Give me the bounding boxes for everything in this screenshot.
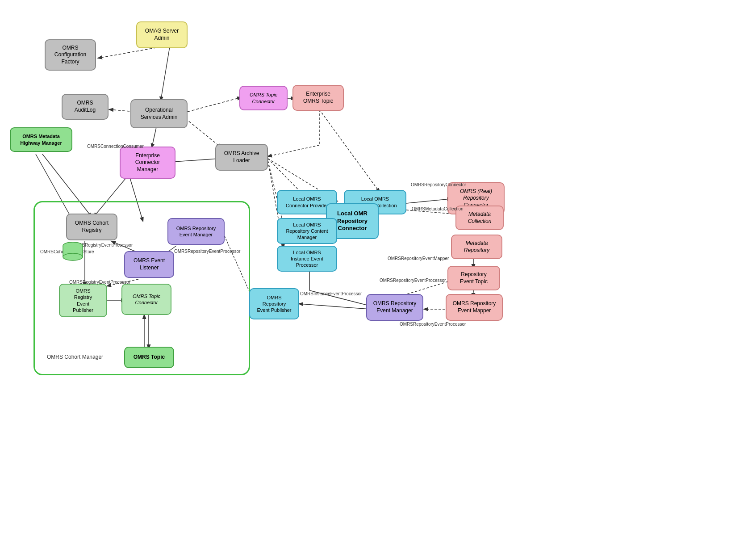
cohort-registry-store-cylinder: [62, 241, 84, 261]
omrs-archive-loader-label: OMRS ArchiveLoader: [224, 150, 259, 164]
svg-line-22: [299, 304, 371, 309]
svg-point-40: [63, 253, 83, 260]
svg-line-7: [174, 159, 219, 162]
omrs-event-listener-label: OMRS EventListener: [134, 257, 165, 271]
omrs-auditlog: OMRSAuditLog: [62, 94, 109, 120]
svg-line-3: [152, 127, 156, 147]
omrs-cohort-registry-label: OMRS CohortRegistry: [75, 220, 109, 234]
enterprise-connector-manager-label: EnterpriseConnectorManager: [135, 152, 160, 173]
metadata-repository-label: MetadataRepository: [464, 240, 489, 254]
omrs-topic-connector-bottom: OMRS TopicConnector: [121, 284, 171, 315]
repository-event-topic-label: RepositoryEvent Topic: [460, 271, 488, 285]
local-omrs-repository-content-manager-label: Local OMRSRepository ContentManager: [286, 222, 328, 241]
enterprise-omrs-topic-label: EnterpriseOMRS Topic: [303, 91, 333, 105]
omag-server-admin: OMAG Server Admin: [136, 21, 188, 48]
label-omrs-connection-consumer: OMRSConnectionConsumer: [87, 144, 144, 149]
metadata-collection-label: MetadataCollection: [468, 211, 492, 225]
label-omrs-repository-connector: OMRSRepositoryConnector: [411, 182, 466, 187]
enterprise-omrs-topic: EnterpriseOMRS Topic: [292, 85, 344, 111]
omrs-registry-event-publisher-label: OMRSRegistryEventPublisher: [73, 288, 93, 313]
local-omrs-instance-event-processor-label: Local OMRSInstance EventProcessor: [291, 249, 323, 269]
label-omrs-instance-event-processor: OMRSInstanceEventProcessor: [300, 291, 362, 296]
svg-line-4: [188, 97, 241, 112]
omrs-cohort-registry: OMRS CohortRegistry: [66, 214, 117, 240]
omrs-topic-connector-top: OMRS TopicConnector: [239, 86, 288, 110]
operational-services-admin-label: OperationalServices Admin: [141, 107, 178, 121]
enterprise-connector-manager: EnterpriseConnectorManager: [120, 147, 175, 179]
omrs-topic: OMRS Topic: [124, 347, 174, 368]
omrs-registry-event-publisher: OMRSRegistryEventPublisher: [59, 284, 107, 317]
omrs-archive-loader: OMRS ArchiveLoader: [215, 144, 268, 171]
label-omrs-metadata-collection: OMRSMetadataCollection: [412, 206, 464, 211]
omrs-metadata-highway-label: OMRS MetadataHighway Manager: [20, 133, 62, 146]
operational-services-admin: OperationalServices Admin: [130, 99, 188, 128]
diagram-container: OMAG Server Admin OMRSConfigurationFacto…: [0, 0, 756, 533]
omrs-repository-event-manager-right-label: OMRS RepositoryEvent Manager: [373, 300, 417, 314]
local-omrs-repository-connector-label: Local OMRRepositoryConnector: [337, 210, 368, 233]
omrs-metadata-highway-manager: OMRS MetadataHighway Manager: [10, 127, 72, 152]
omrs-config-factory: OMRSConfigurationFactory: [45, 39, 96, 71]
omrs-topic-connector-top-label: OMRS TopicConnector: [250, 92, 277, 105]
omrs-repository-event-mapper: OMRS RepositoryEvent Mapper: [446, 294, 503, 321]
omrs-repository-event-manager-left-label: OMRS RepositoryEvent Manager: [176, 225, 216, 238]
repository-event-topic: RepositoryEvent Topic: [447, 266, 500, 290]
svg-line-31: [268, 145, 319, 156]
label-omrs-repository-event-processor-right-upper: OMRSRepositoryEventProcessor: [380, 278, 446, 283]
omrs-auditlog-label: OMRSAuditLog: [75, 100, 96, 113]
label-omrs-repository-event-processor-bottom: OMRSRepositoryEventProcessor: [400, 322, 466, 327]
label-omrs-registry-event-processor-2: OMRSRegistryEventProcessor: [69, 280, 130, 285]
svg-line-6: [185, 118, 221, 147]
local-omrs-connector-provider-label: Local OMRSConnector Provider: [286, 196, 328, 209]
svg-line-0: [98, 47, 161, 58]
omrs-topic-connector-bottom-label: OMRS TopicConnector: [133, 293, 160, 306]
svg-line-1: [161, 47, 170, 101]
omrs-config-factory-label: OMRSConfigurationFactory: [54, 45, 86, 66]
label-omrs-repository-event-mapper: OMRSRepositoryEventMapper: [388, 256, 449, 261]
omrs-repository-event-manager-right: OMRS RepositoryEvent Manager: [366, 294, 423, 321]
omrs-event-listener: OMRS EventListener: [124, 251, 174, 278]
local-omrs-instance-event-processor: Local OMRSInstance EventProcessor: [277, 246, 337, 272]
omrs-repository-event-publisher-label: OMRSRepositoryEvent Publisher: [257, 294, 291, 314]
local-omrs-repository-content-manager: Local OMRSRepository ContentManager: [277, 218, 337, 244]
omrs-repository-event-manager-left: OMRS RepositoryEvent Manager: [167, 218, 225, 245]
omag-server-admin-label: OMAG Server Admin: [141, 28, 183, 42]
svg-line-16: [406, 199, 451, 203]
omrs-topic-label: OMRS Topic: [134, 354, 165, 361]
label-omrs-cohort-manager: OMRS Cohort Manager: [47, 354, 103, 360]
omrs-repository-event-publisher: OMRSRepositoryEvent Publisher: [249, 288, 299, 319]
metadata-repository: MetadataRepository: [451, 235, 502, 259]
omrs-repository-event-mapper-label: OMRS RepositoryEvent Mapper: [453, 300, 496, 314]
svg-line-32: [319, 109, 380, 192]
label-omrs-repository-event-processor-left: OMRSRepositoryEventProcessor: [174, 249, 240, 254]
